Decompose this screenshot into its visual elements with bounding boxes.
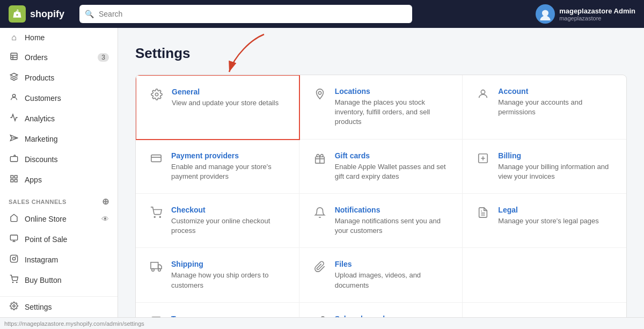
svg-rect-10 <box>14 176 17 178</box>
sidebar-nav: ⌂ Home Orders 3 Products Custom <box>0 28 118 296</box>
svg-point-18 <box>16 257 16 257</box>
sidebar-item-discounts[interactable]: Discounts <box>0 149 118 170</box>
search-icon: 🔍 <box>85 10 94 18</box>
avatar <box>536 4 555 24</box>
sidebar: ⌂ Home Orders 3 Products Custom <box>0 28 118 317</box>
legal-desc: Manage your store's legal pages <box>498 216 598 226</box>
svg-point-19 <box>12 282 13 282</box>
svg-rect-12 <box>14 179 17 182</box>
settings-item-files[interactable]: Files Upload images, videos, and documen… <box>299 248 463 302</box>
user-name: mageplazastore Admin <box>559 7 635 15</box>
settings-icon <box>9 302 19 312</box>
notifications-title: Notifications <box>335 206 450 214</box>
shipping-title: Shipping <box>171 260 286 268</box>
online-store-icon <box>9 214 19 224</box>
taxes-text: Taxes Manage how your store charges taxe… <box>171 315 286 317</box>
sales-channels-icon <box>312 316 327 317</box>
settings-item-payment-providers[interactable]: Payment providers Enable and manage your… <box>136 140 299 194</box>
shopify-logo[interactable]: shopify <box>9 5 73 23</box>
orders-icon <box>9 52 19 63</box>
settings-item-notifications[interactable]: Notifications Manage notifications sent … <box>299 194 463 248</box>
settings-grid: General View and update your store detai… <box>136 75 626 317</box>
svg-point-20 <box>17 282 17 282</box>
account-title: Account <box>498 87 613 96</box>
settings-item-locations[interactable]: Locations Manage the places you stock in… <box>299 75 463 140</box>
sales-channels-title: SALES CHANNELS <box>9 199 67 205</box>
notifications-desc: Manage notifications sent you and your c… <box>335 216 450 236</box>
svg-point-37 <box>158 269 161 272</box>
marketing-icon <box>9 134 19 144</box>
discounts-icon <box>9 154 19 165</box>
sidebar-label-products: Products <box>25 74 54 82</box>
general-text: General View and update your store detai… <box>172 87 279 108</box>
locations-text: Locations Manage the places you stock in… <box>335 87 450 127</box>
user-menu[interactable]: mageplazastore Admin mageplazastore <box>536 4 635 24</box>
gift-cards-desc: Enable Apple Wallet passes and set gift … <box>335 162 450 181</box>
general-title: General <box>172 87 279 96</box>
billing-icon <box>475 152 491 167</box>
apps-icon <box>9 174 19 185</box>
logo-text: shopify <box>30 9 64 20</box>
customers-icon <box>9 93 19 104</box>
sidebar-item-customers[interactable]: Customers <box>0 88 118 108</box>
payment-providers-text: Payment providers Enable and manage your… <box>171 151 286 181</box>
settings-item-shipping[interactable]: Shipping Manage how you ship orders to c… <box>136 248 299 302</box>
sidebar-label-customers: Customers <box>25 94 61 103</box>
sidebar-item-apps[interactable]: Apps <box>0 170 118 190</box>
files-title: Files <box>335 260 450 268</box>
svg-point-31 <box>159 216 160 217</box>
settings-item-empty1 <box>463 248 626 302</box>
shipping-icon <box>149 261 164 276</box>
sidebar-label-buy-button: Buy Button <box>25 276 62 284</box>
sidebar-item-point-of-sale[interactable]: Point of Sale <box>0 229 118 250</box>
legal-text: Legal Manage your store's legal pages <box>498 206 598 226</box>
gift-cards-text: Gift cards Enable Apple Wallet passes an… <box>335 151 450 181</box>
settings-item-sales-channels[interactable]: Sales channels Manage the channels you u… <box>299 303 463 317</box>
sidebar-item-orders[interactable]: Orders 3 <box>0 47 118 68</box>
locations-title: Locations <box>335 87 450 96</box>
settings-item-taxes[interactable]: Taxes Manage how your store charges taxe… <box>136 303 299 317</box>
svg-rect-1 <box>11 53 17 60</box>
sidebar-item-buy-button[interactable]: Buy Button <box>0 270 118 290</box>
sales-channels-text: Sales channels Manage the channels you u… <box>335 315 450 317</box>
settings-item-checkout[interactable]: Checkout Customize your online checkout … <box>136 194 299 248</box>
notifications-text: Notifications Manage notifications sent … <box>335 206 450 236</box>
sales-channels-section: SALES CHANNELS ⊕ <box>0 190 118 209</box>
sidebar-item-analytics[interactable]: Analytics <box>0 108 118 129</box>
svg-rect-16 <box>10 255 17 262</box>
sales-channels-title: Sales channels <box>335 315 450 317</box>
buy-button-icon <box>9 275 19 286</box>
sidebar-item-products[interactable]: Products <box>0 68 118 88</box>
settings-item-account[interactable]: Account Manage your accounts and permiss… <box>463 75 626 140</box>
svg-point-6 <box>12 94 15 97</box>
locations-desc: Manage the places you stock inventory, f… <box>335 98 450 127</box>
taxes-title: Taxes <box>171 315 286 317</box>
sidebar-item-home[interactable]: ⌂ Home <box>0 28 118 47</box>
files-desc: Upload images, videos, and documents <box>335 270 450 290</box>
settings-item-empty2 <box>463 303 626 317</box>
svg-rect-9 <box>11 176 13 178</box>
svg-point-36 <box>152 269 155 272</box>
add-sales-channel-icon[interactable]: ⊕ <box>102 196 109 207</box>
settings-item-legal[interactable]: Legal Manage your store's legal pages <box>463 194 626 248</box>
checkout-title: Checkout <box>171 206 286 214</box>
account-text: Account Manage your accounts and permiss… <box>498 87 613 117</box>
instagram-icon <box>9 254 19 265</box>
search-input[interactable] <box>79 5 412 23</box>
files-icon <box>312 261 327 276</box>
search-bar[interactable]: 🔍 <box>79 5 412 23</box>
checkout-text: Checkout Customize your online checkout … <box>171 206 286 236</box>
svg-rect-11 <box>11 179 13 182</box>
eye-icon[interactable]: 👁 <box>101 215 109 223</box>
settings-item-billing[interactable]: Billing Manage your billing information … <box>463 140 626 194</box>
sidebar-label-orders: Orders <box>25 53 48 62</box>
sidebar-item-online-store[interactable]: Online Store 👁 <box>0 209 118 229</box>
locations-icon <box>312 88 327 103</box>
billing-title: Billing <box>498 151 613 160</box>
page-title: Settings <box>135 45 627 62</box>
settings-item-general[interactable]: General View and update your store detai… <box>135 75 300 140</box>
settings-item-gift-cards[interactable]: Gift cards Enable Apple Wallet passes an… <box>299 140 463 194</box>
sidebar-item-instagram[interactable]: Instagram <box>0 250 118 270</box>
sidebar-item-marketing[interactable]: Marketing <box>0 129 118 149</box>
sidebar-item-settings[interactable]: Settings <box>0 297 118 317</box>
